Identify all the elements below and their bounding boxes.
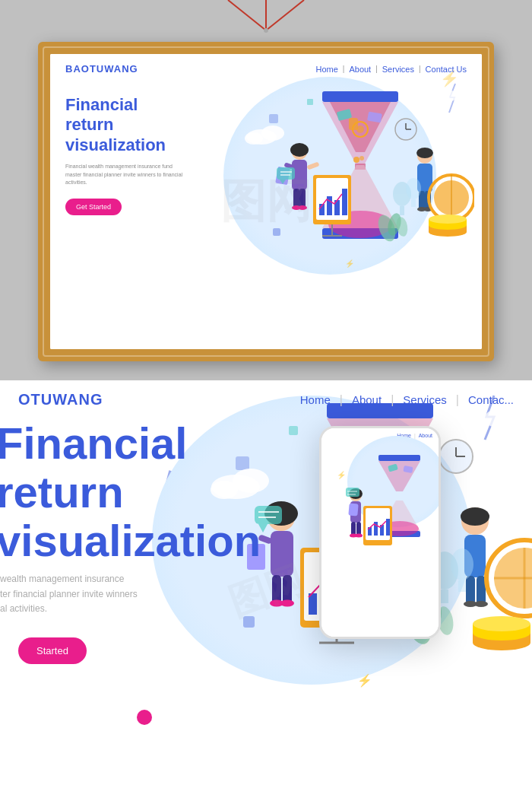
svg-point-73: [439, 90, 457, 102]
bottom-nav-home[interactable]: Home: [300, 393, 331, 406]
bottom-title-line3: visualization: [0, 517, 532, 565]
svg-rect-57: [411, 199, 416, 207]
svg-rect-47: [429, 225, 467, 232]
frame-nav-services[interactable]: Services: [382, 65, 414, 74]
bottom-nav-links: Home | About | Services | Contac...: [300, 393, 514, 407]
svg-point-69: [246, 129, 277, 145]
svg-rect-53: [307, 99, 313, 105]
phone-illustration: ⚡: [321, 443, 439, 634]
bottom-title-line1: Financial: [0, 419, 532, 468]
svg-line-1: [228, 0, 266, 30]
svg-rect-15: [367, 112, 382, 123]
svg-rect-109: [466, 576, 475, 605]
svg-point-36: [417, 148, 432, 164]
svg-point-62: [396, 119, 416, 139]
phone-nav-sep: |: [414, 433, 416, 438]
svg-rect-32: [334, 200, 340, 215]
bottom-brand: OTUWANG: [18, 391, 103, 408]
svg-line-2: [266, 0, 304, 30]
bottom-nav-contact[interactable]: Contac...: [468, 393, 514, 406]
bottom-nav-sep1: |: [340, 393, 343, 407]
bottom-desc-line1: wealth management insurance: [0, 574, 124, 584]
svg-rect-13: [349, 118, 358, 130]
frame-nav-links: Home | About | Services | Contact Us: [315, 65, 467, 74]
svg-rect-27: [306, 161, 319, 170]
svg-rect-4: [322, 91, 398, 102]
svg-rect-5: [322, 228, 398, 239]
svg-point-59: [385, 211, 403, 237]
wooden-frame: BAOTUWANG Home | About | Services | Cont…: [38, 42, 494, 361]
bottom-section: OTUWANG Home | About | Services | Contac…: [0, 380, 532, 801]
svg-point-41: [417, 207, 426, 211]
svg-point-11: [353, 122, 368, 137]
svg-point-3: [264, 28, 268, 33]
svg-rect-30: [319, 204, 325, 215]
bottom-started-button[interactable]: Started: [18, 637, 87, 664]
svg-marker-7: [330, 102, 391, 152]
illustration-svg: ⚡: [231, 76, 474, 319]
hanger: [220, 0, 312, 41]
svg-point-16: [353, 157, 359, 163]
svg-point-37: [416, 148, 433, 158]
svg-rect-39: [419, 191, 425, 210]
svg-point-54: [393, 182, 411, 206]
svg-rect-125: [458, 580, 466, 592]
svg-rect-158: [348, 504, 358, 517]
nav-sep-2: |: [375, 65, 378, 73]
bottom-hero-title: Financial return visualization: [0, 419, 532, 564]
svg-point-91: [280, 600, 294, 607]
svg-rect-65: [277, 167, 295, 180]
get-started-button[interactable]: Get Started: [65, 199, 122, 215]
svg-rect-33: [342, 189, 347, 215]
svg-point-43: [429, 175, 474, 221]
bottom-nav-about[interactable]: About: [352, 393, 382, 406]
svg-point-44: [434, 180, 469, 215]
svg-rect-40: [425, 191, 431, 210]
svg-point-56: [406, 178, 421, 199]
svg-point-112: [474, 601, 488, 607]
bottom-nav-sep3: |: [456, 393, 459, 407]
bottom-desc-line3: al activities.: [0, 603, 47, 614]
svg-point-10: [328, 211, 392, 238]
svg-rect-88: [272, 575, 281, 604]
pink-dot-decoration: [137, 710, 152, 725]
svg-point-61: [395, 119, 416, 140]
svg-point-71: [245, 132, 263, 145]
svg-point-58: [375, 213, 398, 244]
svg-point-60: [394, 216, 408, 237]
frame-nav-contact[interactable]: Contact Us: [426, 65, 467, 74]
phone-inner: Home | About: [321, 428, 439, 637]
svg-rect-28: [313, 175, 351, 224]
svg-rect-123: [441, 590, 448, 603]
svg-rect-49: [429, 219, 467, 225]
frame-nav-home[interactable]: Home: [315, 65, 337, 74]
framed-webpage: BAOTUWANG Home | About | Services | Cont…: [50, 54, 482, 349]
frame-brand: BAOTUWANG: [65, 63, 138, 75]
frame-inner: BAOTUWANG Home | About | Services | Cont…: [50, 54, 482, 349]
svg-rect-155: [356, 522, 361, 536]
svg-point-19: [290, 143, 309, 157]
svg-rect-89: [283, 575, 292, 604]
phone-nav-about[interactable]: About: [419, 433, 432, 438]
hero-title: Financial return visualization: [65, 95, 246, 155]
svg-rect-29: [316, 178, 348, 220]
frame-nav-about[interactable]: About: [349, 65, 371, 74]
nav-sep-3: |: [419, 65, 421, 73]
svg-point-17: [359, 156, 364, 161]
svg-rect-25: [283, 162, 293, 170]
svg-rect-38: [417, 164, 432, 192]
svg-text:⚡: ⚡: [337, 470, 347, 480]
svg-marker-6: [322, 102, 398, 165]
svg-rect-20: [292, 160, 307, 190]
svg-point-24: [298, 205, 307, 210]
svg-point-18: [292, 145, 307, 160]
svg-rect-22: [299, 189, 306, 208]
phone-mockup: Home | About: [319, 426, 441, 639]
bottom-desc-line2: ter financial planner invite winners: [0, 589, 138, 599]
svg-rect-51: [269, 114, 278, 123]
svg-point-157: [355, 534, 363, 538]
svg-text:⚡: ⚡: [345, 259, 355, 269]
svg-point-50: [429, 215, 467, 224]
bottom-nav-services[interactable]: Services: [403, 393, 447, 406]
hero-content: Financial return visualization Financial…: [50, 84, 482, 341]
